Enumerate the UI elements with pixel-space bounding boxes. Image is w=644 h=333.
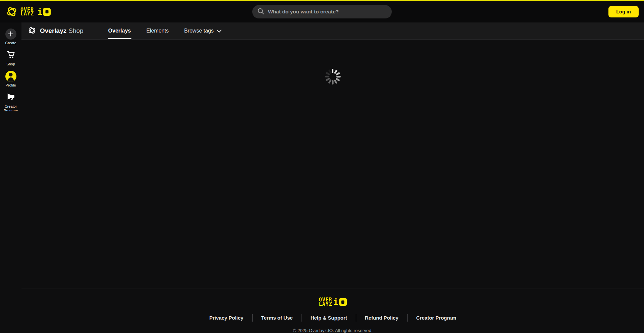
sidebar-item-label: Shop: [1, 62, 20, 66]
shop-content-area: [21, 40, 644, 288]
cart-icon: [6, 50, 15, 60]
atom-logo-icon: [5, 5, 18, 18]
shop-tabs: Overlays Elements Browse tags: [94, 22, 222, 39]
search-input[interactable]: [268, 9, 387, 15]
footer-logo-io-o-block: [339, 298, 347, 306]
sidebar-item-creator-program[interactable]: Creator Program: [0, 92, 21, 111]
atom-icon: [28, 26, 37, 36]
shop-header: OverlayzShop Overlays Elements Browse ta…: [21, 22, 644, 40]
footer-logo-wordmark: OVER LAYZ: [319, 298, 332, 306]
tab-overlays[interactable]: Overlays: [108, 22, 132, 39]
shop-title-light: Shop: [68, 27, 83, 34]
sidebar: Create Shop Profile: [0, 22, 21, 111]
logo-wordmark: OVER LAYZ: [20, 8, 34, 16]
tab-elements[interactable]: Elements: [146, 22, 169, 39]
search-bar[interactable]: [252, 5, 392, 18]
footer-links: Privacy Policy Terms of Use Help & Suppo…: [21, 314, 644, 322]
sidebar-item-profile[interactable]: Profile: [0, 70, 21, 88]
footer-link-creator-program[interactable]: Creator Program: [407, 314, 465, 322]
copyright-text: © 2025 Overlayz.IO. All rights reserved.: [21, 328, 644, 333]
logo-io-i: i: [37, 8, 42, 16]
chevron-down-icon: [217, 28, 222, 34]
plus-icon: [5, 29, 16, 40]
sidebar-item-label: Creator Program: [1, 104, 20, 111]
topbar: OVER LAYZ i Log in: [0, 1, 644, 22]
search-icon: [257, 8, 264, 16]
sidebar-item-label: Create: [1, 41, 20, 45]
footer-link-help-support[interactable]: Help & Support: [302, 314, 356, 322]
footer-logo-io: i: [333, 298, 347, 306]
footer: OVER LAYZ i Privacy Policy Terms of Use …: [21, 288, 644, 333]
login-button[interactable]: Log in: [608, 6, 639, 17]
shop-title-bold: Overlayz: [40, 27, 66, 34]
megaphone-icon: [6, 92, 15, 102]
logo-line2: LAYZ: [20, 12, 34, 16]
sidebar-item-shop[interactable]: Shop: [0, 49, 21, 66]
main-column: OverlayzShop Overlays Elements Browse ta…: [21, 22, 644, 333]
footer-logo: OVER LAYZ i: [21, 298, 644, 306]
footer-link-privacy-policy[interactable]: Privacy Policy: [201, 314, 252, 322]
logo-io-o-block: [43, 8, 51, 16]
logo-io: i: [37, 8, 51, 16]
footer-link-terms-of-use[interactable]: Terms of Use: [252, 314, 302, 322]
footer-link-refund-policy[interactable]: Refund Policy: [356, 314, 407, 322]
site-logo[interactable]: OVER LAYZ i: [5, 5, 51, 18]
tab-browse-tags[interactable]: Browse tags: [183, 22, 222, 39]
sidebar-item-label: Profile: [1, 83, 20, 88]
shop-title: OverlayzShop: [40, 27, 84, 35]
shop-brand: OverlayzShop: [28, 22, 84, 39]
sidebar-item-create[interactable]: Create: [0, 28, 21, 45]
loading-spinner: [324, 68, 341, 85]
profile-icon: [5, 71, 16, 82]
